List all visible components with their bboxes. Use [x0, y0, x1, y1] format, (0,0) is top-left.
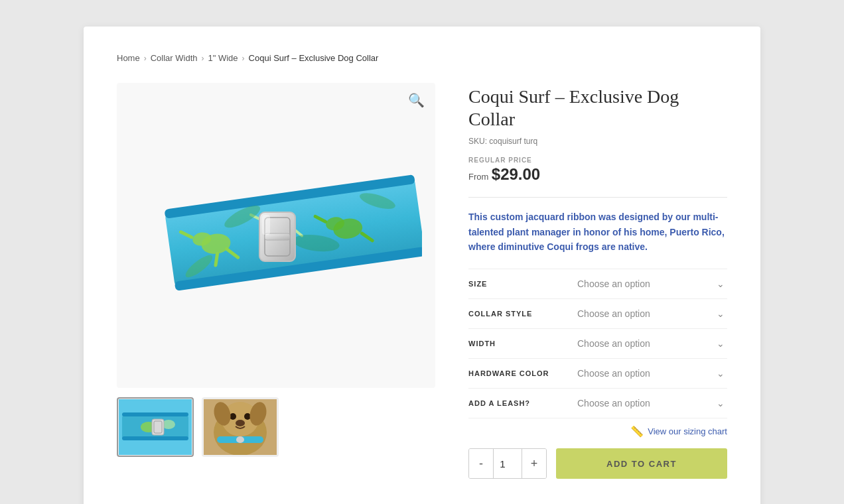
- breadcrumb-sep-3: ›: [242, 54, 245, 63]
- svg-rect-26: [122, 412, 188, 416]
- chevron-down-icon-add-leash: ⌄: [717, 398, 725, 409]
- svg-rect-27: [122, 436, 188, 440]
- option-row-width: WIDTH Choose an option ⌄: [468, 329, 727, 359]
- divider-1: [468, 197, 727, 198]
- option-label-add-leash: ADD A LEASH?: [468, 399, 575, 407]
- chevron-down-icon-size: ⌄: [717, 279, 725, 289]
- option-row-collar-style: COLLAR STYLE Choose an option ⌄: [468, 299, 727, 329]
- option-select-text-width: Choose an option: [577, 338, 650, 349]
- breadcrumb-sep-2: ›: [201, 54, 204, 63]
- product-section: Coqui Surf – Exclusive Dog Collar SKU: c…: [468, 83, 727, 479]
- chevron-down-icon-width: ⌄: [717, 338, 725, 349]
- option-select-text-hardware-color: Choose an option: [577, 368, 650, 379]
- chevron-down-icon-hardware-color: ⌄: [717, 368, 725, 379]
- thumb-image-2: [204, 399, 277, 455]
- option-select-width[interactable]: Choose an option ⌄: [575, 338, 727, 349]
- thumb-image-1: [119, 399, 192, 455]
- main-layout: 🔍: [117, 83, 727, 479]
- svg-point-37: [236, 420, 245, 426]
- product-image: [130, 109, 422, 361]
- option-select-text-collar-style: Choose an option: [577, 308, 650, 319]
- svg-point-35: [230, 413, 236, 420]
- option-select-text-size: Choose an option: [577, 279, 650, 289]
- add-to-cart-button[interactable]: ADD TO CART: [556, 448, 727, 479]
- sizing-chart-label: View our sizing chart: [648, 426, 727, 436]
- svg-point-41: [236, 436, 244, 443]
- page-container: Home › Collar Width › 1" Wide › Coqui Su…: [0, 0, 844, 504]
- thumbnails: [117, 397, 435, 457]
- option-label-collar-style: COLLAR STYLE: [468, 310, 575, 318]
- option-row-size: SIZE Choose an option ⌄: [468, 269, 727, 299]
- price-section: REGULAR PRICE From $29.00: [468, 157, 727, 184]
- breadcrumb-current: Coqui Surf – Exclusive Dog Collar: [249, 53, 379, 63]
- quantity-input[interactable]: [493, 449, 522, 478]
- quantity-increase-button[interactable]: +: [522, 449, 546, 478]
- main-image-wrapper: 🔍: [117, 83, 435, 388]
- product-card: Home › Collar Width › 1" Wide › Coqui Su…: [84, 27, 760, 504]
- option-label-width: WIDTH: [468, 340, 575, 347]
- sku-line: SKU: coquisurf turq: [468, 137, 727, 146]
- options-section: SIZE Choose an option ⌄ COLLAR STYLE Cho…: [468, 269, 727, 418]
- option-select-collar-style[interactable]: Choose an option ⌄: [575, 308, 727, 319]
- cart-section: - + ADD TO CART: [468, 448, 727, 479]
- thumbnail-1[interactable]: [117, 397, 194, 457]
- svg-point-36: [244, 413, 251, 420]
- option-label-size: SIZE: [468, 280, 575, 288]
- sizing-chart-row[interactable]: 📏 View our sizing chart: [468, 418, 727, 444]
- breadcrumb-sep-1: ›: [144, 54, 147, 63]
- chevron-down-icon-collar-style: ⌄: [717, 308, 725, 319]
- option-select-add-leash[interactable]: Choose an option ⌄: [575, 398, 727, 409]
- breadcrumb-home[interactable]: Home: [117, 53, 140, 63]
- option-label-hardware-color: HARDWARE COLOR: [468, 369, 575, 377]
- quantity-decrease-button[interactable]: -: [469, 449, 493, 478]
- price-row: From $29.00: [468, 165, 727, 184]
- breadcrumb-collar-width[interactable]: Collar Width: [151, 53, 198, 63]
- sku-value: coquisurf turq: [489, 137, 537, 146]
- breadcrumb: Home › Collar Width › 1" Wide › Coqui Su…: [117, 53, 727, 63]
- breadcrumb-width-1[interactable]: 1" Wide: [208, 53, 238, 63]
- option-row-hardware-color: HARDWARE COLOR Choose an option ⌄: [468, 359, 727, 389]
- image-section: 🔍: [117, 83, 435, 479]
- option-select-text-add-leash: Choose an option: [577, 398, 650, 409]
- product-description: This custom jacquard ribbon was designed…: [468, 210, 727, 254]
- option-select-hardware-color[interactable]: Choose an option ⌄: [575, 368, 727, 379]
- sku-label: SKU:: [468, 137, 487, 146]
- thumbnail-2[interactable]: [202, 397, 279, 457]
- sizing-chart-icon: 📏: [630, 425, 644, 438]
- price-amount: $29.00: [492, 165, 540, 183]
- price-label: REGULAR PRICE: [468, 157, 727, 164]
- zoom-icon[interactable]: 🔍: [408, 92, 425, 108]
- option-select-size[interactable]: Choose an option ⌄: [575, 279, 727, 289]
- option-row-add-leash: ADD A LEASH? Choose an option ⌄: [468, 389, 727, 418]
- price-from: From: [468, 172, 488, 182]
- svg-rect-23: [262, 215, 270, 235]
- product-title: Coqui Surf – Exclusive Dog Collar: [468, 86, 727, 130]
- quantity-control: - +: [468, 448, 547, 479]
